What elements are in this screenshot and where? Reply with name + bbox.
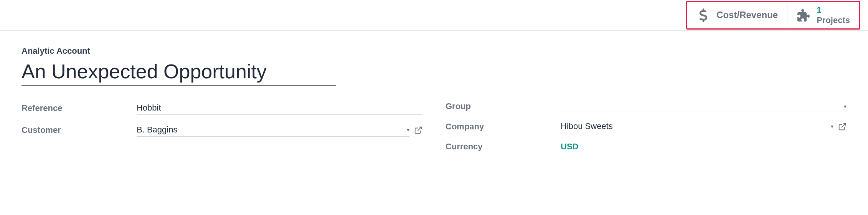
currency-label: Currency bbox=[446, 142, 561, 152]
field-value-wrap: ▾ bbox=[561, 102, 847, 111]
customer-field: Customer B. Baggins ▾ bbox=[21, 123, 422, 137]
stat-text: 1 Projects bbox=[817, 5, 850, 25]
puzzle-icon bbox=[797, 9, 810, 22]
company-select[interactable]: Hibou Sweets ▾ bbox=[561, 120, 833, 133]
field-value-wrap: B. Baggins ▾ bbox=[137, 123, 422, 137]
right-column: Group ▾ Company Hibou Sweets ▾ bbox=[446, 101, 847, 152]
record-title-wrap bbox=[21, 60, 336, 86]
currency-field: Currency USD bbox=[446, 142, 847, 152]
dollar-icon bbox=[696, 8, 710, 22]
reference-input[interactable] bbox=[137, 101, 422, 115]
svg-line-0 bbox=[417, 127, 421, 131]
svg-line-1 bbox=[842, 123, 845, 127]
group-select[interactable]: ▾ bbox=[561, 102, 847, 111]
cost-revenue-button[interactable]: Cost/Revenue bbox=[687, 2, 787, 28]
company-label: Company bbox=[446, 122, 561, 132]
group-field: Group ▾ bbox=[446, 101, 847, 111]
external-link-icon[interactable] bbox=[838, 122, 847, 131]
stat-text: Cost/Revenue bbox=[716, 10, 778, 21]
projects-count: 1 bbox=[817, 5, 850, 15]
customer-value: B. Baggins bbox=[137, 125, 177, 135]
customer-select[interactable]: B. Baggins ▾ bbox=[137, 123, 409, 137]
left-column: Reference Customer B. Baggins ▾ bbox=[21, 101, 422, 152]
record-title-input[interactable] bbox=[21, 60, 336, 83]
chevron-down-icon: ▾ bbox=[831, 123, 833, 129]
topbar: Cost/Revenue 1 Projects bbox=[0, 0, 868, 31]
form-content: Analytic Account Reference Customer B. B… bbox=[0, 31, 868, 167]
projects-button[interactable]: 1 Projects bbox=[787, 2, 859, 28]
record-type-label: Analytic Account bbox=[21, 46, 847, 56]
currency-value[interactable]: USD bbox=[561, 142, 578, 152]
external-link-icon[interactable] bbox=[414, 126, 422, 134]
customer-label: Customer bbox=[21, 125, 137, 135]
chevron-down-icon: ▾ bbox=[844, 103, 847, 109]
stat-buttons-group: Cost/Revenue 1 Projects bbox=[686, 1, 860, 30]
field-value-wrap: Hibou Sweets ▾ bbox=[561, 120, 847, 133]
field-value-wrap: USD bbox=[561, 142, 847, 152]
form-columns: Reference Customer B. Baggins ▾ bbox=[21, 101, 847, 152]
reference-label: Reference bbox=[21, 103, 137, 113]
reference-field: Reference bbox=[21, 101, 422, 115]
group-label: Group bbox=[446, 101, 561, 111]
company-field: Company Hibou Sweets ▾ bbox=[446, 120, 847, 133]
projects-label: Projects bbox=[817, 15, 850, 25]
chevron-down-icon: ▾ bbox=[407, 127, 409, 133]
field-value-wrap bbox=[137, 101, 422, 115]
company-value: Hibou Sweets bbox=[561, 121, 613, 131]
cost-revenue-label: Cost/Revenue bbox=[716, 10, 778, 21]
